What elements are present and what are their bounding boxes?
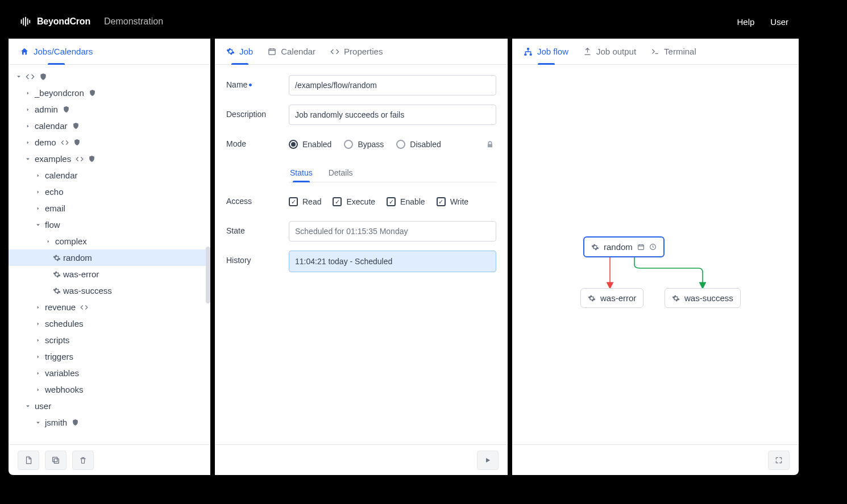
history-entry[interactable]: 11:04:21 today - Scheduled — [289, 251, 496, 272]
flow-node-was-success[interactable]: was-success — [665, 288, 741, 308]
tree-item[interactable]: jsmith — [9, 414, 210, 431]
chevron-down-icon — [34, 419, 43, 426]
flow-canvas[interactable]: random was-error was-success — [512, 65, 799, 444]
state-label: State — [226, 221, 289, 235]
tree-label: scripts — [45, 335, 69, 345]
description-input[interactable] — [289, 105, 496, 125]
tree-label: was-error — [63, 269, 99, 279]
tree-item[interactable]: admin — [9, 101, 210, 118]
access-execute-check[interactable]: ✓Execute — [333, 197, 375, 206]
subtab-details[interactable]: Details — [327, 164, 354, 182]
tree-item[interactable]: was-success — [9, 282, 210, 299]
chevron-down-icon — [14, 73, 23, 80]
tree-item[interactable]: scripts — [9, 332, 210, 348]
brand-name: BeyondCron — [37, 16, 90, 27]
tab-job[interactable]: Job — [226, 39, 253, 64]
tree-item[interactable]: calendar — [9, 118, 210, 134]
tab-terminal[interactable]: Terminal — [651, 39, 696, 64]
run-button[interactable] — [477, 451, 499, 470]
chevron-down-icon — [34, 222, 43, 228]
tree-root[interactable] — [9, 68, 210, 85]
user-link[interactable]: User — [770, 17, 788, 27]
tree-label: echo — [45, 187, 64, 197]
code-icon — [61, 139, 69, 147]
tab-jobs-calendars[interactable]: Jobs/Calendars — [20, 39, 93, 64]
tree[interactable]: _beyondcron admin calendar demo — [9, 65, 210, 444]
desc-label: Description — [226, 105, 289, 119]
flow-node-random[interactable]: random — [583, 236, 665, 257]
right-tabs: Job flow Job output Terminal — [512, 39, 799, 65]
tree-label: variables — [45, 368, 79, 378]
help-link[interactable]: Help — [737, 17, 754, 27]
shield-icon — [63, 106, 70, 113]
scrollbar[interactable] — [206, 247, 210, 303]
expand-button[interactable] — [768, 451, 790, 470]
history-label: History — [226, 251, 289, 265]
chevron-right-icon — [34, 321, 43, 327]
access-enable-check[interactable]: ✓Enable — [387, 197, 425, 206]
chevron-right-icon — [34, 370, 43, 376]
brand: BeyondCron Demonstration — [19, 15, 163, 28]
name-input[interactable] — [289, 75, 496, 95]
tree-item[interactable]: webhooks — [9, 381, 210, 398]
gear-icon — [672, 294, 680, 302]
tree-item[interactable]: calendar — [9, 167, 210, 184]
tab-properties[interactable]: Properties — [330, 39, 383, 64]
tree-item-flow[interactable]: flow — [9, 216, 210, 233]
gear-icon — [591, 243, 599, 251]
flow-icon — [524, 47, 533, 56]
chevron-right-icon — [23, 140, 32, 145]
tree-item[interactable]: echo — [9, 184, 210, 200]
tree-label: random — [63, 253, 92, 263]
flow-node-was-error[interactable]: was-error — [580, 288, 643, 308]
tab-job-flow[interactable]: Job flow — [524, 39, 568, 64]
access-write-check[interactable]: ✓Write — [437, 197, 468, 206]
radio-label: Bypass — [358, 140, 384, 149]
gear-icon — [53, 254, 61, 262]
svg-rect-8 — [527, 48, 529, 49]
shield-icon — [73, 139, 81, 146]
tree-label: email — [45, 203, 65, 213]
tree-label: was-success — [63, 286, 112, 295]
tree-label: examples — [35, 154, 71, 164]
tree-label: schedules — [45, 319, 84, 328]
code-icon — [80, 303, 88, 311]
copy-button[interactable] — [45, 451, 67, 470]
tree-item-examples[interactable]: examples — [9, 151, 210, 167]
tab-calendar[interactable]: Calendar — [268, 39, 315, 64]
tab-job-output[interactable]: Job output — [583, 39, 636, 64]
access-read-check[interactable]: ✓Read — [289, 197, 321, 206]
tree-item[interactable]: variables — [9, 365, 210, 381]
tree-item[interactable]: email — [9, 200, 210, 216]
shield-icon — [89, 89, 96, 97]
mode-bypass-radio[interactable]: Bypass — [344, 140, 384, 149]
left-tabs: Jobs/Calendars — [9, 39, 210, 65]
tree-item[interactable]: demo — [9, 134, 210, 151]
tree-item[interactable]: triggers — [9, 348, 210, 365]
tree-item[interactable]: complex — [9, 233, 210, 249]
tree-label: demo — [35, 138, 56, 147]
subtab-status[interactable]: Status — [289, 164, 314, 182]
shield-icon — [88, 155, 96, 163]
shield-icon — [72, 122, 80, 130]
tree-item[interactable]: was-error — [9, 266, 210, 282]
tree-item[interactable]: _beyondcron — [9, 85, 210, 101]
delete-button[interactable] — [72, 451, 94, 470]
mode-enabled-radio[interactable]: Enabled — [289, 140, 331, 149]
middle-tabs: Job Calendar Properties — [215, 39, 508, 65]
left-panel: Jobs/Calendars — [9, 39, 210, 475]
home-icon — [20, 47, 29, 56]
upload-icon — [583, 47, 592, 56]
tab-label: Job — [239, 47, 253, 56]
shield-icon — [39, 73, 47, 81]
right-footer — [512, 444, 799, 475]
tree-item-random[interactable]: random — [9, 249, 210, 266]
tree-item-user[interactable]: user — [9, 398, 210, 414]
tree-item[interactable]: schedules — [9, 315, 210, 332]
name-label: Name• — [226, 75, 289, 89]
mode-label: Mode — [226, 134, 289, 148]
chevron-right-icon — [23, 90, 32, 96]
tree-item[interactable]: revenue — [9, 299, 210, 315]
new-button[interactable] — [18, 451, 39, 470]
mode-disabled-radio[interactable]: Disabled — [396, 140, 441, 149]
